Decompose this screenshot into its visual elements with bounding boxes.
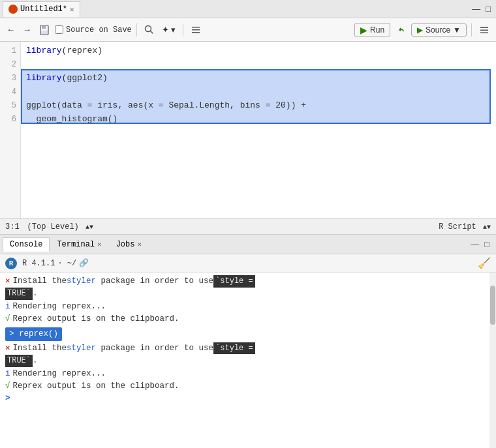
- level-dropdown-icon[interactable]: ▲▼: [85, 224, 93, 231]
- console-scrollbar-track[interactable]: [489, 273, 496, 448]
- svg-rect-5: [192, 27, 200, 28]
- re-run-icon: [395, 25, 406, 35]
- save-icon: [39, 25, 50, 35]
- tab-icon: [8, 5, 18, 14]
- minimize-button[interactable]: —: [469, 3, 483, 15]
- line-num-3: 3: [4, 72, 16, 85]
- maximize-button[interactable]: □: [483, 3, 493, 15]
- wand-button[interactable]: ✦ ▾: [159, 23, 179, 36]
- run-label: Run: [370, 25, 384, 35]
- console-maximize-button[interactable]: □: [483, 238, 491, 250]
- cursor-position: 3:1: [5, 222, 20, 231]
- console-cursor[interactable]: [10, 393, 16, 405]
- source-on-save-checkbox-label[interactable]: Source on Save: [55, 25, 132, 35]
- editor-panel: Untitled1* ✕ — □ ← → Source on Save: [0, 0, 496, 235]
- code-line-5: ggplot(data = iris, aes(x = Sepal.Length…: [26, 99, 491, 113]
- code-editor[interactable]: 1 2 3 4 5 6 library(reprex) library(ggpl…: [0, 42, 496, 218]
- terminal-tab-label: Terminal: [57, 240, 95, 249]
- r-logo-icon: R: [5, 258, 17, 269]
- line-num-2: 2: [4, 58, 16, 72]
- code-highlight-1b: TRUE`: [5, 288, 33, 300]
- svg-rect-1: [42, 25, 46, 29]
- console-tabs-bar: Console Terminal ✕ Jobs ✕ — □: [0, 235, 496, 254]
- tab-terminal[interactable]: Terminal ✕: [50, 237, 108, 252]
- search-button[interactable]: [142, 23, 157, 36]
- code-content[interactable]: library(reprex) library(ggplot2) ggplot(…: [21, 42, 496, 218]
- console-tab-list: Console Terminal ✕ Jobs ✕: [3, 237, 149, 252]
- search-icon: [144, 25, 154, 35]
- keyword-library-1: library: [26, 44, 62, 58]
- tab-jobs[interactable]: Jobs ✕: [109, 237, 149, 252]
- status-left: 3:1 (Top Level) ▲▼: [5, 222, 93, 231]
- terminal-tab-close[interactable]: ✕: [97, 240, 102, 248]
- console-line-error-2: ✕ Install the styler package in order to…: [5, 342, 491, 355]
- code-line-3: library(ggplot2): [26, 72, 491, 85]
- console-toolbar-right: — □: [469, 238, 493, 250]
- jobs-tab-label: Jobs: [116, 240, 135, 249]
- editor-status-bar: 3:1 (Top Level) ▲▼ R Script ▲▼: [0, 218, 496, 234]
- svg-rect-9: [480, 29, 488, 31]
- source-on-save-checkbox[interactable]: [55, 25, 63, 34]
- source-label: Source: [426, 25, 450, 35]
- line-num-6: 6: [4, 113, 16, 127]
- console-line-info-1: i Rendering reprex...: [5, 301, 491, 313]
- error-icon-1: ✕: [5, 275, 10, 288]
- back-button[interactable]: ←: [4, 23, 18, 36]
- info-icon-2: i: [5, 368, 10, 380]
- filetype-dropdown-icon[interactable]: ▲▼: [483, 224, 491, 231]
- hamburger-button[interactable]: [476, 23, 492, 37]
- console-clear-button[interactable]: 🧹: [478, 257, 491, 269]
- forward-button[interactable]: →: [20, 23, 34, 36]
- tab-close-button[interactable]: ✕: [70, 5, 74, 14]
- console-minimize-button[interactable]: —: [469, 238, 480, 250]
- ok-icon-1: √: [5, 313, 10, 325]
- tab-title: Untitled1*: [20, 5, 67, 14]
- line-num-5: 5: [4, 99, 16, 113]
- save-button[interactable]: [37, 23, 52, 37]
- keyword-library-2: library: [26, 72, 62, 85]
- code-highlight-2b: TRUE`: [5, 355, 33, 367]
- console-tab-label: Console: [10, 240, 42, 249]
- jobs-tab-close[interactable]: ✕: [137, 240, 142, 248]
- console-prompt: >: [5, 393, 10, 405]
- reprex-command: > reprex(): [5, 327, 62, 341]
- line-numbers: 1 2 3 4 5 6: [0, 42, 21, 218]
- code-level: (Top Level) ▲▼: [27, 222, 93, 231]
- styler-link-1[interactable]: styler: [67, 275, 96, 288]
- console-output[interactable]: ✕ Install the styler package in order to…: [0, 273, 496, 448]
- r-version-info: R R 4.1.1 · ~/ 🔗: [5, 258, 89, 269]
- code-line-2: [26, 58, 491, 72]
- info-icon-1: i: [5, 301, 10, 313]
- console-panel: Console Terminal ✕ Jobs ✕ — □ R R 4.1.1 …: [0, 235, 496, 448]
- list-icon: [191, 25, 201, 35]
- tab-console[interactable]: Console: [3, 237, 50, 252]
- separator-1: [136, 23, 137, 37]
- console-line-ok-2: √ Reprex output is on the clipboard.: [5, 380, 491, 393]
- list-button[interactable]: [188, 23, 204, 37]
- r-path-text: · ~/: [57, 259, 76, 268]
- error-icon-2: ✕: [5, 342, 10, 355]
- svg-line-4: [150, 31, 153, 34]
- console-line-info-2: i Rendering reprex...: [5, 368, 491, 380]
- line-num-1: 1: [4, 44, 16, 58]
- line-num-4: 4: [4, 85, 16, 99]
- svg-rect-6: [192, 29, 200, 31]
- code-line-4: [26, 85, 491, 99]
- code-highlight-2: `style =: [213, 342, 255, 355]
- svg-rect-7: [192, 32, 200, 33]
- re-run-button[interactable]: [393, 23, 409, 37]
- styler-link-2[interactable]: styler: [67, 342, 96, 355]
- svg-rect-8: [480, 27, 488, 28]
- run-button[interactable]: ▶ Run: [354, 23, 390, 37]
- r-link-icon: 🔗: [79, 258, 89, 268]
- run-arrow-icon: ▶: [360, 25, 367, 35]
- console-line-ok-1: √ Reprex output is on the clipboard.: [5, 313, 491, 325]
- editor-tab[interactable]: Untitled1* ✕: [3, 1, 80, 17]
- console-reprex-cmd: > reprex(): [5, 327, 491, 341]
- source-button[interactable]: ▶ Source ▼: [411, 23, 467, 37]
- ok-icon-2: √: [5, 380, 10, 393]
- code-line-6: geom_histogram(): [26, 113, 491, 127]
- separator-2: [183, 23, 183, 37]
- console-scrollbar-thumb[interactable]: [490, 286, 495, 325]
- r-version-text: R 4.1.1: [22, 259, 55, 268]
